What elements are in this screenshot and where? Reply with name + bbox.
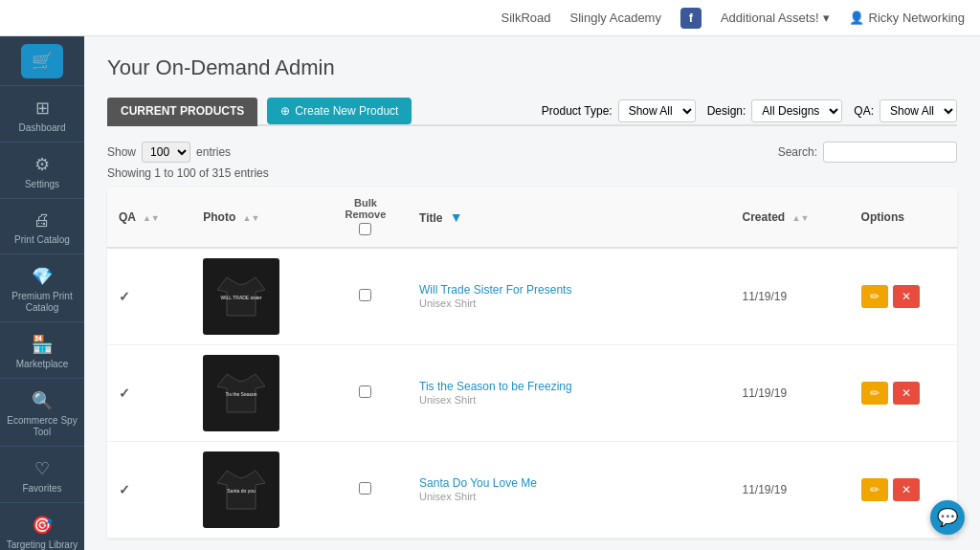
- sidebar-item-dashboard-label: Dashboard: [19, 122, 66, 134]
- entries-label: entries: [196, 145, 231, 159]
- bulk-remove-column-header[interactable]: Bulk Remove: [323, 187, 408, 248]
- created-sort-arrows: ▲▼: [792, 213, 810, 223]
- qa-cell: ✓: [107, 248, 191, 345]
- design-label: Design:: [707, 104, 746, 118]
- created-cell: 11/19/19: [730, 248, 849, 345]
- table-row: ✓ Santa do you Santa Do You Love MeUnise…: [107, 442, 957, 539]
- design-select[interactable]: All Designs: [751, 99, 842, 122]
- create-btn-label: Create New Product: [295, 104, 398, 118]
- user-icon: 👤: [849, 11, 864, 25]
- premium-print-catalog-icon: 💎: [32, 266, 53, 287]
- sidebar-item-favorites[interactable]: ♡ Favorites: [0, 447, 84, 503]
- chevron-down-icon: ▾: [823, 11, 830, 25]
- product-subtitle: Unisex Shirt: [419, 297, 476, 309]
- qa-label: QA:: [854, 104, 874, 118]
- bulk-remove-checkbox[interactable]: [359, 223, 371, 235]
- title-cell: Santa Do You Love MeUnisex Shirt: [408, 442, 730, 539]
- sidebar-item-targeting-library-label: Targeting Library: [7, 539, 78, 550]
- create-new-product-button[interactable]: ⊕ Create New Product: [267, 98, 412, 124]
- slingly-academy-link[interactable]: Slingly Academy: [570, 11, 661, 25]
- photo-column-header[interactable]: Photo ▲▼: [191, 187, 323, 248]
- table-row: ✓ Tis the Season Tis the Season to be Fr…: [107, 345, 957, 442]
- row-bulk-checkbox[interactable]: [359, 385, 371, 398]
- photo-cell: Santa do you: [191, 442, 323, 539]
- sidebar-item-settings[interactable]: ⚙ Settings: [0, 143, 84, 199]
- delete-button[interactable]: ✕: [893, 382, 920, 405]
- dashboard-icon: ⊞: [35, 98, 50, 119]
- sidebar-item-print-catalog-label: Print Catalog: [14, 234, 70, 246]
- sidebar-item-settings-label: Settings: [25, 179, 59, 190]
- products-tbody: ✓ WILL TRADE sister Will Trade Sister Fo…: [107, 248, 957, 539]
- top-nav: SilkRoad Slingly Academy f Additional As…: [0, 0, 980, 36]
- created-column-header[interactable]: Created ▲▼: [730, 187, 849, 248]
- title-column-header[interactable]: Title ▼: [408, 187, 730, 248]
- silkroad-link[interactable]: SilkRoad: [501, 11, 551, 25]
- delete-button[interactable]: ✕: [893, 285, 920, 308]
- filters-row: Product Type: Show All Design: All Desig…: [542, 99, 957, 122]
- edit-button[interactable]: ✏: [861, 478, 888, 501]
- product-type-select[interactable]: Show All: [618, 99, 696, 122]
- app-layout: 🛒 ⊞ Dashboard ⚙ Settings 🖨 Print Catalog…: [0, 36, 980, 550]
- svg-text:Tis the Season: Tis the Season: [226, 391, 257, 397]
- entries-select[interactable]: 100 25 50: [142, 142, 190, 163]
- design-filter: Design: All Designs: [707, 99, 843, 122]
- edit-button[interactable]: ✏: [861, 285, 888, 308]
- show-entries: Show 100 25 50 entries Showing 1 to 100 …: [107, 142, 269, 180]
- search-input[interactable]: [823, 142, 957, 163]
- sidebar-item-print-catalog[interactable]: 🖨 Print Catalog: [0, 199, 84, 254]
- bulk-remove-line2: Remove: [335, 209, 396, 220]
- chat-icon: 💬: [937, 507, 958, 528]
- sidebar-item-marketplace-label: Marketplace: [16, 359, 68, 370]
- photo-sort-arrows: ▲▼: [243, 213, 260, 223]
- settings-icon: ⚙: [34, 154, 50, 175]
- options-cell: ✏✕: [850, 248, 957, 345]
- qa-sort-arrows: ▲▼: [143, 213, 160, 223]
- products-table: QA ▲▼ Photo ▲▼ Bulk Remove: [107, 187, 957, 539]
- sidebar-logo[interactable]: 🛒: [0, 36, 84, 86]
- qa-column-header[interactable]: QA ▲▼: [107, 187, 191, 248]
- title-cell: Tis the Season to be FreezingUnisex Shir…: [408, 345, 730, 442]
- additional-assets-label: Additional Assets!: [721, 11, 819, 25]
- logo-icon: 🛒: [21, 44, 63, 78]
- created-cell: 11/19/19: [730, 442, 849, 539]
- created-cell: 11/19/19: [730, 345, 849, 442]
- product-type-filter: Product Type: Show All: [542, 99, 696, 122]
- row-bulk-checkbox[interactable]: [359, 289, 371, 301]
- product-title-link[interactable]: Will Trade Sister For Presents: [419, 283, 719, 297]
- qa-check-icon: ✓: [119, 289, 130, 304]
- table-controls: Show 100 25 50 entries Showing 1 to 100 …: [107, 142, 957, 180]
- sidebar-item-marketplace[interactable]: 🏪 Marketplace: [0, 322, 84, 379]
- bulk-remove-line1: Bulk: [335, 197, 396, 209]
- product-title-link[interactable]: Tis the Season to be Freezing: [419, 380, 719, 393]
- product-thumbnail: Santa do you: [203, 451, 279, 528]
- delete-button[interactable]: ✕: [893, 478, 920, 501]
- options-column-header: Options: [850, 187, 957, 248]
- qa-check-icon: ✓: [119, 482, 130, 497]
- qa-check-icon: ✓: [119, 385, 130, 401]
- edit-button[interactable]: ✏: [861, 382, 888, 405]
- qa-cell: ✓: [107, 442, 191, 539]
- product-title-link[interactable]: Santa Do You Love Me: [419, 476, 719, 490]
- row-bulk-checkbox[interactable]: [359, 482, 371, 495]
- user-menu[interactable]: 👤 Ricky Networking: [849, 11, 965, 25]
- additional-assets-menu[interactable]: Additional Assets! ▾: [721, 11, 830, 25]
- qa-select[interactable]: Show All: [880, 99, 957, 122]
- chat-bubble-button[interactable]: 💬: [930, 500, 965, 535]
- sidebar-item-premium-print-catalog-label: Premium Print Catalog: [4, 291, 80, 314]
- facebook-icon[interactable]: f: [680, 8, 702, 29]
- targeting-library-icon: 🎯: [32, 515, 53, 536]
- title-sort-active-icon: ▼: [450, 209, 463, 225]
- sidebar-item-ecommerce-spy[interactable]: 🔍 Ecommerce Spy Tool: [0, 379, 84, 447]
- bulk-remove-cell: [323, 248, 408, 345]
- svg-text:WILL TRADE sister: WILL TRADE sister: [221, 295, 262, 300]
- sidebar-item-targeting-library[interactable]: 🎯 Targeting Library: [0, 503, 84, 550]
- product-thumbnail: WILL TRADE sister: [203, 258, 279, 335]
- plus-icon: ⊕: [280, 104, 290, 118]
- sidebar-item-dashboard[interactable]: ⊞ Dashboard: [0, 86, 84, 143]
- sidebar-item-premium-print-catalog[interactable]: 💎 Premium Print Catalog: [0, 254, 84, 322]
- marketplace-icon: 🏪: [32, 334, 53, 355]
- tab-current-products[interactable]: CURRENT PRODUCTS: [107, 98, 257, 126]
- user-name-label: Ricky Networking: [869, 11, 965, 25]
- product-subtitle: Unisex Shirt: [419, 491, 476, 502]
- product-subtitle: Unisex Shirt: [419, 394, 476, 406]
